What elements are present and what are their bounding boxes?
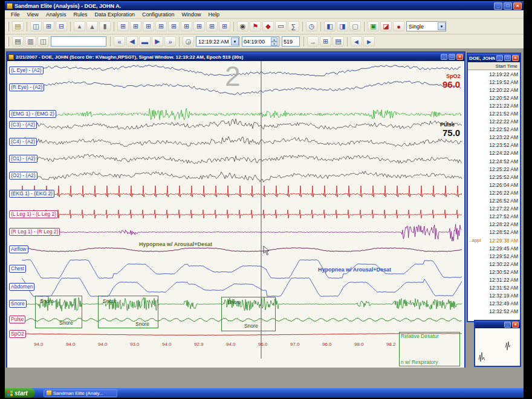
- grid-view-icon[interactable]: ⊞: [320, 36, 331, 47]
- epoch-row[interactable]: 12:27:52 AM: [468, 213, 520, 221]
- signal-trace-area[interactable]: 2 SpO2 96.0 Pulse 75.0 Relative Desatur …: [7, 61, 464, 368]
- desat-event-box[interactable]: Relative Desatur n w/ Respiratory: [399, 332, 460, 366]
- channel-label-abdomen[interactable]: Abdomen: [9, 283, 34, 291]
- menu-analysis[interactable]: Analysis: [42, 11, 70, 18]
- channel-label-o2-a2[interactable]: (O2) - (A2): [9, 172, 37, 180]
- epoch-row[interactable]: 12:26:04 AM: [468, 181, 520, 189]
- channel-label-ekg-1-ekg-2[interactable]: (EKG 1) - (EKG 2): [9, 190, 54, 198]
- menu-rules[interactable]: Rules: [70, 11, 91, 18]
- scan-events-icon[interactable]: ◉: [237, 21, 248, 31]
- epoch-row[interactable]: ..appl12:29:38 AM: [468, 236, 520, 244]
- montage-8-icon[interactable]: ⊞: [206, 21, 218, 31]
- record-icon[interactable]: ●: [393, 21, 404, 31]
- close-button[interactable]: ×: [512, 322, 519, 328]
- split-window-icon[interactable]: ⊟: [56, 21, 67, 31]
- epoch-row[interactable]: 12:32:49 AM: [468, 300, 520, 308]
- pan-left-icon[interactable]: ◄: [351, 36, 362, 47]
- last-epoch-icon[interactable]: »: [164, 36, 176, 47]
- pan-right-icon[interactable]: ►: [363, 36, 375, 47]
- epoch-row[interactable]: 12:31:52 AM: [468, 284, 520, 292]
- close-button[interactable]: ×: [512, 55, 519, 61]
- epoch-row[interactable]: 12:24:52 AM: [468, 157, 520, 165]
- menu-data-exploration[interactable]: Data Exploration: [91, 11, 138, 18]
- tile-windows-icon[interactable]: ◫: [30, 21, 42, 31]
- menu-configuration[interactable]: Configuration: [138, 11, 178, 18]
- duration-input[interactable]: [244, 39, 271, 45]
- search-input[interactable]: [53, 39, 105, 45]
- epoch-row[interactable]: 12:19:22 AM: [468, 70, 520, 78]
- minimize-button[interactable]: _: [504, 322, 511, 328]
- epoch-list-header[interactable]: Start Time: [468, 62, 520, 70]
- montage-4-icon[interactable]: ⊞: [155, 21, 167, 31]
- flag-event-icon[interactable]: ⚑: [250, 21, 261, 31]
- channel-label-r-eye-a2[interactable]: (R Eye) - (A2): [9, 83, 44, 91]
- chevron-down-icon[interactable]: ▼: [231, 37, 239, 45]
- channel-label-spo2[interactable]: SpO2: [9, 330, 26, 338]
- epoch-row[interactable]: 12:23:22 AM: [468, 134, 520, 141]
- maximize-button[interactable]: □: [449, 54, 455, 60]
- menu-file[interactable]: File: [7, 11, 24, 18]
- epoch-row[interactable]: 12:21:52 AM: [468, 109, 520, 117]
- toolbar-grip[interactable]: [7, 37, 9, 47]
- snapshot-icon[interactable]: ◪: [380, 21, 392, 31]
- list-view-icon[interactable]: ▤: [332, 36, 344, 47]
- video-icon[interactable]: ▣: [368, 21, 379, 31]
- channel-label-airflow[interactable]: Airflow: [9, 245, 28, 253]
- close-button[interactable]: ×: [513, 2, 522, 10]
- epoch-row[interactable]: 12:20:52 AM: [468, 94, 520, 102]
- histogram-icon[interactable]: ▮: [99, 21, 111, 31]
- epoch-row[interactable]: 12:22:52 AM: [468, 126, 520, 134]
- epoch-input[interactable]: [284, 39, 298, 45]
- menu-view[interactable]: View: [24, 11, 42, 18]
- epoch-row[interactable]: 12:19:52 AM: [468, 78, 520, 86]
- close-button[interactable]: ×: [456, 54, 463, 60]
- montage-5-icon[interactable]: ⊞: [168, 21, 180, 31]
- page-setup-icon[interactable]: ▥: [25, 36, 36, 47]
- monitor-icon[interactable]: ▢: [349, 21, 361, 31]
- maximize-button[interactable]: □: [504, 55, 511, 61]
- minimize-button[interactable]: _: [441, 54, 447, 60]
- epoch-row[interactable]: 12:25:22 AM: [468, 165, 520, 173]
- epoch-row[interactable]: 12:25:52 AM: [468, 173, 520, 181]
- channel-label-c3-a2[interactable]: (C3) - (A2): [9, 121, 37, 129]
- mark-epoch-icon[interactable]: ▬: [139, 36, 151, 47]
- menu-window[interactable]: Window: [178, 11, 205, 18]
- copy-icon[interactable]: ◫: [37, 36, 49, 47]
- epoch-row[interactable]: 12:28:22 AM: [468, 221, 520, 229]
- chevron-down-icon[interactable]: ▼: [438, 22, 446, 30]
- montage-1-icon[interactable]: ⊞: [117, 21, 129, 31]
- menu-help[interactable]: Help: [205, 11, 224, 18]
- trend-icon[interactable]: ▲: [86, 21, 98, 31]
- duration-spinner[interactable]: ▲▼: [271, 37, 277, 46]
- epoch-row[interactable]: 12:30:22 AM: [468, 260, 520, 268]
- epoch-row[interactable]: 12:29:45 AM: [468, 244, 520, 252]
- maximize-button[interactable]: □: [504, 2, 512, 10]
- report-icon[interactable]: ▤: [12, 21, 24, 31]
- montage-6-icon[interactable]: ⊞: [181, 21, 192, 31]
- epoch-row[interactable]: 12:26:52 AM: [468, 197, 520, 205]
- toolbar-grip[interactable]: [7, 22, 9, 31]
- montage-2-icon[interactable]: ⊞: [130, 21, 141, 31]
- epoch-row[interactable]: 12:31:22 AM: [468, 276, 520, 284]
- montage-3-icon[interactable]: ⊞: [143, 21, 154, 31]
- epoch-row[interactable]: 12:22:22 AM: [468, 118, 520, 126]
- channel-label-snore[interactable]: Snore: [9, 300, 27, 308]
- print-icon[interactable]: ▤: [12, 36, 24, 47]
- measure-icon[interactable]: ▭: [275, 21, 287, 31]
- event-marker-icon[interactable]: ◆: [262, 21, 274, 31]
- report-window-icon[interactable]: ◧: [324, 21, 336, 31]
- epoch-row[interactable]: 12:20:22 AM: [468, 86, 520, 94]
- time-combo[interactable]: 12:19:22 AM ▼: [196, 36, 239, 47]
- epoch-row[interactable]: 12:27:22 AM: [468, 205, 520, 213]
- channel-label-l-eye-a2[interactable]: (L Eye) - (A2): [9, 66, 44, 74]
- next-epoch-icon[interactable]: ▶: [152, 36, 163, 47]
- channel-label-o1-a2[interactable]: (O1) - (A2): [9, 155, 37, 163]
- minimize-button[interactable]: _: [494, 2, 502, 10]
- new-window-icon[interactable]: ⊞: [43, 21, 54, 31]
- chart-window-icon[interactable]: ◨: [337, 21, 348, 31]
- channel-label-r-leg-1-r-leg-2[interactable]: (R Leg 1) - (R Leg 2): [9, 228, 60, 236]
- channel-label-pulse[interactable]: Pulse: [9, 316, 25, 323]
- trend-small-icon[interactable]: ▴: [74, 21, 85, 31]
- epoch-row[interactable]: 12:30:52 AM: [468, 268, 520, 276]
- goto-icon[interactable]: →: [307, 36, 319, 47]
